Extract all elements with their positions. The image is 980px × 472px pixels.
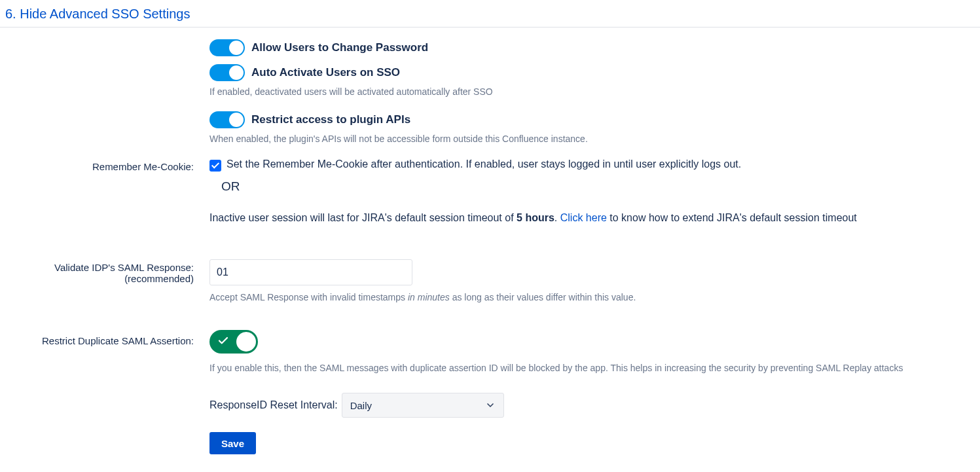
chevron-down-icon (485, 400, 496, 410)
session-timeout-text: Inactive user session will last for JIRA… (209, 212, 980, 224)
toggle-knob-icon (236, 332, 256, 352)
interval-select[interactable]: Daily (342, 393, 504, 418)
toggle-knob-icon (229, 65, 244, 80)
check-icon (217, 335, 229, 349)
toggle-restrict-duplicate[interactable] (209, 330, 258, 354)
validate-idp-label-1: Validate IDP's SAML Response: (0, 262, 194, 273)
click-here-link[interactable]: Click here (560, 212, 607, 223)
remember-me-checkbox[interactable] (209, 160, 221, 172)
form-area: Allow Users to Change Password Auto Acti… (0, 39, 980, 472)
section-header[interactable]: 6. Hide Advanced SSO Settings (0, 0, 980, 27)
or-text: OR (221, 179, 980, 194)
restrict-duplicate-label: Restrict Duplicate SAML Assertion: (42, 335, 194, 346)
auto-activate-help: If enabled, deactivated users will be ac… (209, 86, 980, 97)
validate-idp-label-2: (recommended) (0, 273, 194, 284)
restrict-api-help: When enabled, the plugin's APIs will not… (209, 134, 980, 144)
toggle-restrict-api-label: Restrict access to plugin APIs (251, 113, 410, 126)
save-button[interactable]: Save (209, 432, 256, 454)
toggle-auto-activate-label: Auto Activate Users on SSO (251, 66, 400, 79)
validate-idp-input[interactable] (209, 259, 412, 285)
remember-me-label: Remember Me-Cookie: (92, 161, 194, 172)
interval-label: ResponseID Reset Interval: (209, 399, 338, 411)
toggle-restrict-api[interactable] (209, 111, 245, 128)
toggle-knob-icon (229, 113, 244, 127)
toggle-auto-activate[interactable] (209, 64, 245, 81)
remember-me-checkbox-text: Set the Remember Me-Cookie after authent… (227, 158, 741, 170)
toggle-allow-password-change-label: Allow Users to Change Password (251, 41, 428, 54)
toggle-knob-icon (229, 41, 244, 55)
interval-select-value: Daily (350, 400, 485, 411)
validate-idp-help: Accept SAML Response with invalid timest… (209, 292, 980, 302)
toggle-allow-password-change[interactable] (209, 39, 245, 56)
restrict-duplicate-help: If you enable this, then the SAML messag… (209, 363, 980, 373)
